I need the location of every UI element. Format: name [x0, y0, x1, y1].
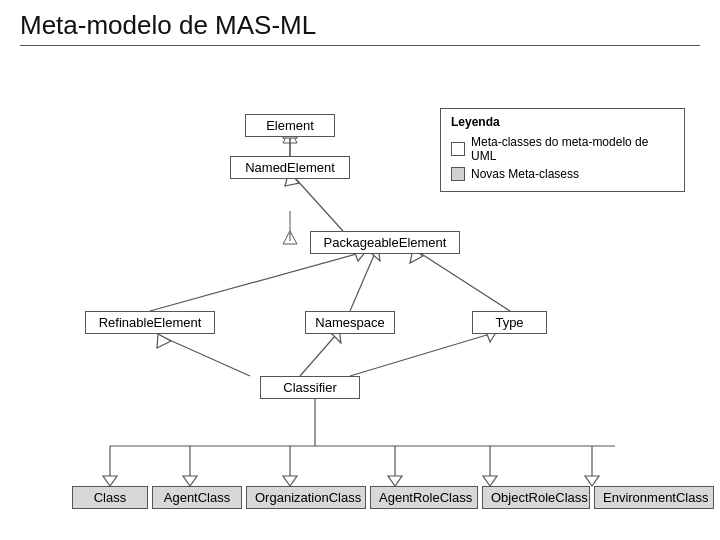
legend-square-new: [451, 167, 465, 181]
agent-role-class-box: AgentRoleClass: [370, 486, 478, 509]
svg-marker-27: [283, 476, 297, 486]
element-box: Element: [245, 114, 335, 137]
object-role-class-box: ObjectRoleClass: [482, 486, 590, 509]
svg-marker-29: [388, 476, 402, 486]
svg-marker-25: [183, 476, 197, 486]
divider: [20, 45, 700, 46]
legend-label-new: Novas Meta-clasess: [471, 167, 579, 181]
namespace-box: Namespace: [305, 311, 395, 334]
svg-line-12: [420, 253, 510, 311]
environment-class-box: EnvironmentClass: [594, 486, 714, 509]
named-element-box: NamedElement: [230, 156, 350, 179]
page-title: Meta-modelo de MAS-ML: [20, 10, 700, 41]
legend-square-uml: [451, 142, 465, 156]
svg-line-8: [150, 253, 360, 311]
refinable-element-box: RefinableElement: [85, 311, 215, 334]
svg-line-18: [350, 334, 490, 376]
svg-marker-23: [103, 476, 117, 486]
diagram: Element NamedElement PackageableElement …: [20, 56, 700, 516]
svg-marker-15: [157, 334, 171, 348]
svg-line-14: [165, 338, 250, 376]
svg-line-10: [350, 253, 375, 311]
svg-line-16: [300, 336, 335, 376]
legend-title: Leyenda: [451, 115, 674, 129]
legend-item-1: Meta-classes do meta-modelo de UML: [451, 135, 674, 163]
svg-line-6: [295, 178, 343, 231]
page: Meta-modelo de MAS-ML: [0, 0, 720, 540]
packageable-element-box: PackageableElement: [310, 231, 460, 254]
svg-marker-31: [483, 476, 497, 486]
class-box: Class: [72, 486, 148, 509]
legend-box: Leyenda Meta-classes do meta-modelo de U…: [440, 108, 685, 192]
agent-class-box: AgentClass: [152, 486, 242, 509]
organization-class-box: OrganizationClass: [246, 486, 366, 509]
classifier-box: Classifier: [260, 376, 360, 399]
svg-marker-33: [585, 476, 599, 486]
type-box: Type: [472, 311, 547, 334]
legend-label-uml: Meta-classes do meta-modelo de UML: [471, 135, 674, 163]
svg-marker-3: [283, 231, 297, 244]
legend-item-2: Novas Meta-clasess: [451, 167, 674, 181]
